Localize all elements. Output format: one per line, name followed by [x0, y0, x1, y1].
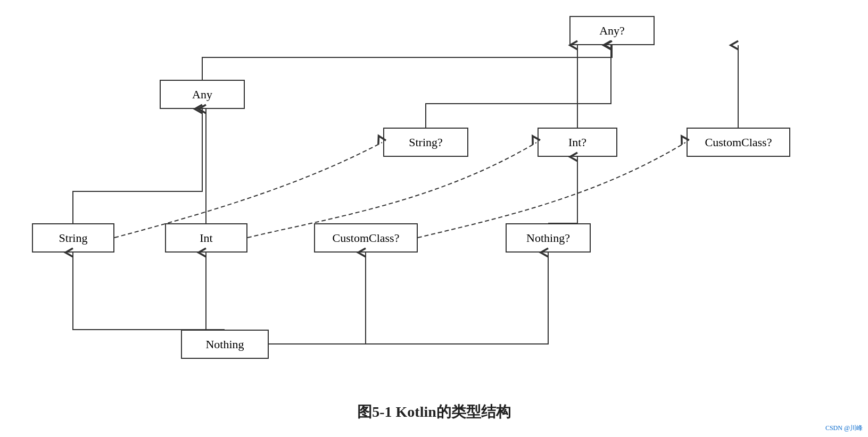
- caption: 图5-1 Kotlin的类型结构: [357, 402, 511, 422]
- watermark: CSDN @川峰: [825, 424, 863, 433]
- node-nothingQ: Nothing?: [506, 223, 591, 253]
- node-anyQ: Any?: [569, 16, 655, 45]
- node-int: Int: [165, 223, 247, 253]
- node-nothing: Nothing: [181, 330, 269, 359]
- diagram-container: { "nodes": { "anyQ": { "label": "Any?", …: [0, 0, 868, 437]
- node-intQ: Int?: [538, 128, 617, 157]
- node-string: String: [32, 223, 114, 253]
- node-customClassQ: CustomClass?: [314, 223, 418, 253]
- node-any: Any: [160, 80, 245, 109]
- node-customClassQ2: CustomClass?: [687, 128, 790, 157]
- node-stringQ: String?: [383, 128, 468, 157]
